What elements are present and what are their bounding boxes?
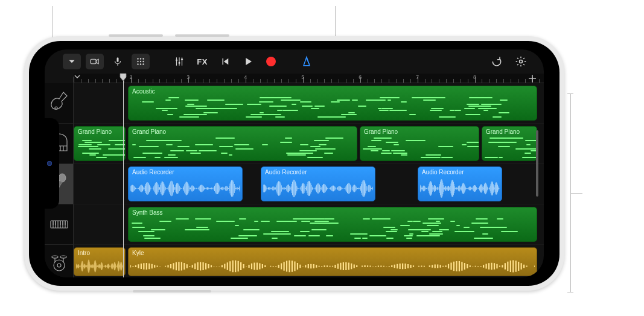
ruler-bar-label: 4 (244, 74, 247, 80)
guitar-icon (49, 90, 69, 116)
skip-back-icon (220, 56, 231, 67)
track-lane[interactable]: Grand PianoGrand PianoGrand PianoGrand P… (74, 124, 544, 164)
svg-point-3 (140, 58, 141, 59)
track-lane[interactable]: Audio RecorderAudio RecorderAudio Record… (74, 164, 544, 204)
svg-point-4 (142, 58, 144, 59)
mixer-button[interactable] (170, 54, 188, 69)
ruler-bar-label: 7 (416, 74, 419, 80)
svg-point-5 (137, 61, 138, 62)
tracks-area[interactable]: AcousticGrand PianoGrand PianoGrand Pian… (74, 83, 544, 277)
region[interactable]: Grand Piano (360, 126, 479, 161)
region-label: Kyle (132, 250, 533, 256)
toolbar: FX (45, 49, 544, 74)
svg-rect-20 (60, 221, 61, 225)
svg-rect-19 (55, 221, 56, 225)
region[interactable]: Audio Recorder (261, 166, 375, 201)
ruler-bar-label: 5 (301, 74, 304, 80)
region-label: Audio Recorder (132, 169, 238, 175)
keyboard-icon (49, 211, 69, 238)
svg-point-7 (142, 61, 144, 62)
svg-point-23 (54, 260, 65, 271)
svg-rect-21 (62, 221, 63, 225)
settings-button[interactable] (511, 54, 531, 69)
svg-point-9 (140, 63, 141, 65)
region-label: Grand Piano (486, 128, 533, 135)
play-icon (243, 56, 253, 67)
nav-menu-button[interactable] (63, 54, 81, 69)
rewind-button[interactable] (216, 54, 234, 69)
svg-point-26 (60, 256, 66, 258)
region[interactable]: Kyle (128, 247, 537, 276)
camera-button[interactable] (86, 54, 104, 69)
track-header-keyboard[interactable] (45, 204, 73, 245)
play-button[interactable] (239, 54, 257, 69)
plus-icon (527, 73, 538, 84)
record-icon (266, 57, 276, 66)
loop-icon (491, 55, 503, 68)
ruler-chevron[interactable] (74, 72, 81, 81)
device-frame: FX (24, 36, 564, 291)
svg-rect-22 (65, 221, 66, 225)
track-header-guitar[interactable] (45, 83, 73, 124)
region[interactable]: Audio Recorder (418, 166, 502, 201)
fx-label: FX (197, 57, 208, 66)
ruler-bar-label: 2 (129, 74, 132, 80)
mic-button[interactable] (109, 54, 127, 69)
region-label: Synth Bass (132, 209, 533, 216)
region-label: Intro (78, 250, 121, 256)
region[interactable]: Intro (74, 247, 126, 276)
loop-browser-button[interactable] (487, 54, 506, 69)
svg-point-2 (137, 58, 138, 59)
region-label: Audio Recorder (422, 169, 498, 175)
svg-point-25 (52, 256, 58, 258)
metronome-icon (301, 55, 313, 68)
region-label: Grand Piano (78, 128, 121, 135)
svg-point-12 (179, 62, 180, 64)
home-indicator[interactable] (536, 130, 538, 197)
svg-point-15 (55, 107, 57, 109)
gear-icon (515, 55, 527, 68)
region-label: Grand Piano (364, 128, 475, 135)
svg-point-11 (176, 59, 177, 61)
metronome-button[interactable] (297, 54, 316, 69)
drums-icon (49, 248, 69, 275)
svg-rect-0 (91, 59, 96, 64)
playhead-handle[interactable] (120, 73, 127, 81)
svg-rect-1 (117, 57, 119, 62)
region[interactable]: Grand Piano (74, 126, 126, 161)
svg-point-10 (142, 63, 144, 65)
mic-icon (112, 56, 123, 67)
record-button[interactable] (262, 54, 280, 69)
track-header-drums[interactable] (45, 245, 73, 277)
grid-icon (135, 56, 146, 67)
camera-icon (89, 56, 100, 67)
track-lane[interactable]: Acoustic (74, 83, 544, 124)
region[interactable]: Grand Piano (482, 126, 537, 161)
track-lane[interactable]: IntroKyle (74, 245, 544, 277)
region-label: Audio Recorder (265, 169, 371, 175)
grid-button[interactable] (132, 54, 150, 69)
sliders-icon (174, 56, 185, 67)
chevron-down-icon (74, 73, 81, 80)
track-lane[interactable]: Synth Bass (74, 204, 544, 245)
region[interactable]: Synth Bass (128, 207, 537, 242)
chevron-down-icon (66, 56, 77, 67)
ruler-bar-label: 8 (473, 74, 476, 80)
region-label: Acoustic (132, 88, 533, 95)
ruler-bar-label: 6 (359, 74, 362, 80)
ruler[interactable]: 2345678 (74, 74, 544, 83)
svg-point-13 (181, 58, 183, 60)
fx-button[interactable]: FX (193, 54, 211, 69)
svg-point-8 (137, 63, 138, 65)
region[interactable]: Audio Recorder (128, 166, 243, 201)
svg-point-14 (520, 60, 523, 63)
svg-point-24 (57, 264, 61, 267)
region[interactable]: Acoustic (128, 86, 537, 121)
svg-rect-18 (53, 221, 54, 225)
playhead[interactable] (123, 74, 124, 277)
region[interactable]: Grand Piano (128, 126, 357, 161)
svg-point-6 (140, 61, 141, 62)
add-track-button[interactable] (526, 72, 539, 84)
region-label: Grand Piano (132, 128, 353, 135)
ruler-bar-label: 3 (187, 74, 190, 80)
